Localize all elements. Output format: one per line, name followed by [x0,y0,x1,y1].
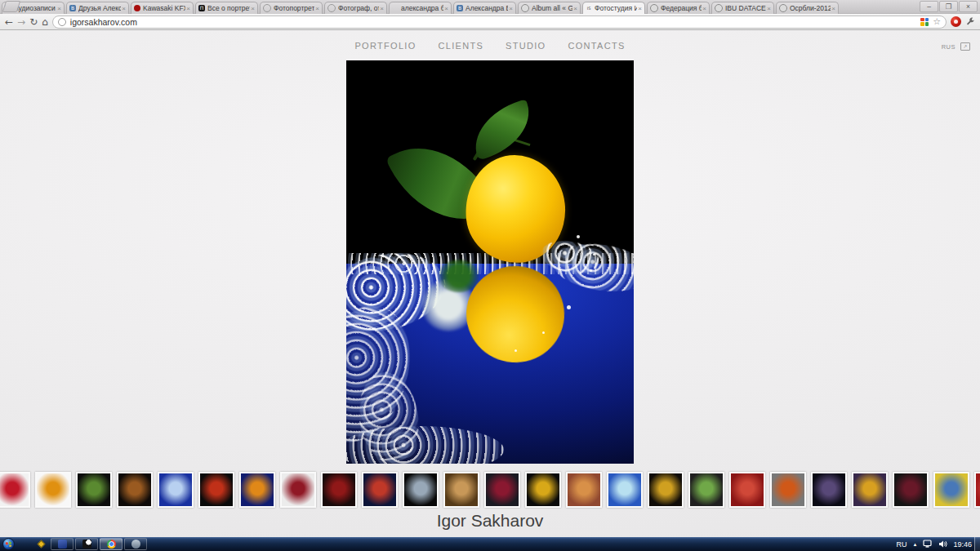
thumbnail-blue-glass-mint[interactable] [607,472,643,508]
tab-title: Федерация биа [661,4,702,12]
tab-close-icon[interactable]: × [638,5,642,12]
hidden-icons-arrow[interactable]: ▲ [913,542,918,547]
thumbnail-tomato-skewer[interactable] [362,472,398,508]
tab-close-icon[interactable]: × [315,5,319,12]
close-button[interactable]: × [959,1,978,12]
network-icon[interactable] [923,540,933,549]
tab-title: Осрбли-2012. Р [790,4,831,12]
nav-item-clients[interactable]: CLIENTS [439,41,484,51]
minimize-button[interactable]: – [920,1,938,12]
extension-red-icon[interactable] [951,16,961,27]
tab-8[interactable]: ВАлександра Бл× [453,2,516,14]
thumbnail-orange-slice-blue[interactable] [239,472,275,508]
loading-spinner-icon [327,4,336,12]
thumbnail-eyeglasses-dark[interactable] [811,472,847,508]
refresh-icon[interactable]: ↻ [29,17,38,27]
thumbnail-chili-peppers[interactable] [198,472,234,508]
tab-close-icon[interactable]: × [831,5,835,12]
extension-grid-icon[interactable] [920,18,929,26]
thumbnail-glass-splash-mono[interactable] [403,472,439,508]
thumbnail-beer-glass-purple[interactable] [852,472,888,508]
taskbar-app-media-icon [82,540,91,549]
tab-7[interactable]: александра бл× [389,2,452,14]
keyboard-language[interactable]: RU [897,540,907,549]
tab-3[interactable]: Kawasaki KFX70× [131,2,194,14]
address-bar[interactable]: igorsakharov.com ☆ [52,16,947,29]
home-icon[interactable]: ⌂ [42,17,48,27]
thumbnail-glass-with-pretzels[interactable] [117,472,153,508]
thumbnail-dark-wine-glasses[interactable] [893,472,929,508]
thumbnail-yellow-flowers-glasses[interactable] [648,472,684,508]
thumbnail-red-edge[interactable] [974,472,980,508]
thumbnail-orange-teapot[interactable] [770,472,806,508]
globe-icon [715,4,723,12]
bookmark-star-icon[interactable]: ☆ [933,17,941,26]
language-switch[interactable]: RUS [942,43,956,51]
thumbnail-colorful-vegetables[interactable] [566,472,602,508]
fullscreen-icon[interactable]: ↗ [960,42,970,51]
nav-item-contacts[interactable]: CONTACTS [568,41,625,51]
nav-item-portfolio[interactable]: PORTFOLIO [354,41,416,51]
hero-image[interactable] [346,60,634,464]
tab-close-icon[interactable]: × [444,5,448,12]
taskbar-app-chrome-button[interactable] [100,538,122,550]
nav-item-studio[interactable]: STUDIO [506,41,546,51]
thumbnail-abstract-cutlery[interactable] [933,472,969,508]
tab-close-icon[interactable]: × [767,5,771,12]
back-icon[interactable]: ← [5,17,13,27]
thumbnail-ice-heart-flame[interactable] [158,472,194,508]
restore-button[interactable]: ❐ [939,1,958,12]
tab-4[interactable]: ПВсе о портретн× [195,2,258,14]
volume-icon[interactable] [938,540,947,549]
show-desktop-button[interactable] [974,537,980,551]
tab-9[interactable]: Album all « Gall× [518,2,581,14]
hero-droplet [590,269,592,272]
thumbnail-green-pepper-spiral[interactable] [76,472,112,508]
tab-13[interactable]: Осрбли-2012. Р× [776,2,839,14]
tab-close-icon[interactable]: × [573,5,577,12]
start-button[interactable] [2,538,15,550]
tab-title: Александра Бл [466,4,508,12]
thumbnail-wine-pour-glass[interactable] [484,472,520,508]
taskbar-app-media-button[interactable] [75,538,98,550]
tab-close-icon[interactable]: × [122,5,126,12]
thumbnail-strawberries[interactable] [729,472,765,508]
tab-10[interactable]: ISФотостудия Иго× [582,2,645,14]
tab-6[interactable]: Фотограф, отзы× [324,2,387,14]
taskbar-app-window-button[interactable] [51,538,74,550]
tab-2[interactable]: ВДрузья Алексан× [66,2,129,14]
tab-12[interactable]: IBU DATACENTE× [711,2,774,14]
wrench-menu-icon[interactable] [965,17,975,27]
clock[interactable]: 19:46 [953,540,972,549]
hero-droplet [542,331,545,334]
vk-icon: В [457,5,463,11]
thumbnail-red-splash-glass[interactable] [0,472,30,508]
thumbnail-nuts[interactable] [443,472,479,508]
url-text[interactable]: igorsakharov.com [70,17,916,27]
hero-droplet [593,253,595,256]
tab-title: IBU DATACENTE [725,4,766,12]
taskbar-app-messenger-button[interactable] [124,538,147,550]
forward-icon[interactable]: → [17,17,25,27]
pinned-app-icon[interactable] [38,540,46,549]
tab-close-icon[interactable]: × [702,5,706,12]
tab-close-icon[interactable]: × [509,5,513,12]
tab-close-icon[interactable]: × [57,5,61,12]
taskbar-app-chrome-icon [107,540,116,549]
globe-icon [650,4,658,12]
tab-5[interactable]: Фотопортрет. М× [260,2,323,14]
browser-tab-strip: ▶Аудиозаписи О×ВДрузья Алексан×Kawasaki … [0,0,980,14]
thumbnail-beer-glasses-bottle[interactable] [525,472,561,508]
hero-leaf [466,99,540,160]
globe-icon [779,4,787,12]
tab-close-icon[interactable]: × [251,5,255,12]
tab-11[interactable]: Федерация биа× [647,2,710,14]
thumbnail-herbs-in-glass[interactable] [688,472,724,508]
portrait-site-icon: П [198,5,205,11]
thumbnail-two-wine-glasses[interactable] [280,472,316,508]
thumbnail-wine-bottle[interactable] [321,472,357,508]
tab-title: Album all « Gall [532,4,572,12]
tab-close-icon[interactable]: × [186,5,190,12]
tab-close-icon[interactable]: × [380,5,384,12]
thumbnail-yellow-red-splash[interactable] [35,472,71,508]
